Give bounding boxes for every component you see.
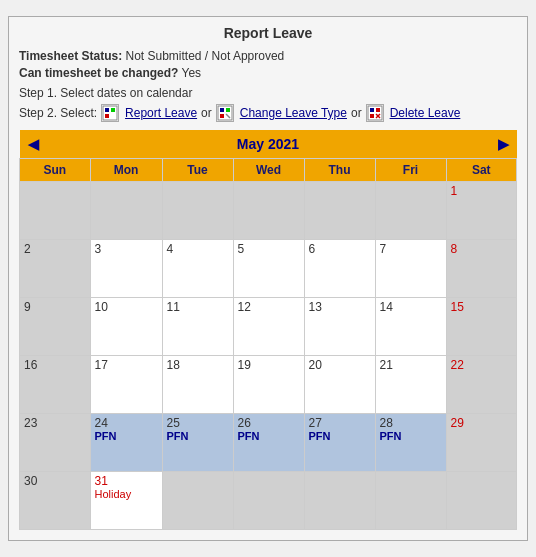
svg-rect-6 xyxy=(220,114,224,118)
day-cell[interactable]: 2 xyxy=(20,240,91,298)
day-cell[interactable] xyxy=(20,182,91,240)
day-number: 4 xyxy=(167,242,229,256)
can-change-label: Can timesheet be changed? xyxy=(19,66,178,80)
day-number: 2 xyxy=(24,242,86,256)
day-cell[interactable]: 6 xyxy=(304,240,375,298)
dow-wed: Wed xyxy=(233,159,304,182)
day-cell[interactable]: 28PFN xyxy=(375,414,446,472)
calendar-week-6: 30 31Holiday xyxy=(20,472,517,530)
day-cell[interactable]: 4 xyxy=(162,240,233,298)
day-cell[interactable] xyxy=(446,472,516,530)
day-cell[interactable]: 13 xyxy=(304,298,375,356)
day-number: 7 xyxy=(380,242,442,256)
day-cell[interactable] xyxy=(375,182,446,240)
day-cell[interactable]: 17 xyxy=(90,356,162,414)
day-cell[interactable]: 31Holiday xyxy=(90,472,162,530)
calendar-week-2: 2 3 4 5 6 7 8 xyxy=(20,240,517,298)
day-number: 18 xyxy=(167,358,229,372)
day-cell[interactable]: 19 xyxy=(233,356,304,414)
day-cell[interactable]: 24PFN xyxy=(90,414,162,472)
day-number: 26 xyxy=(238,416,300,430)
day-number: 25 xyxy=(167,416,229,430)
prev-month-button[interactable]: ◀ xyxy=(28,136,39,152)
day-number: 31 xyxy=(95,474,158,488)
day-cell[interactable]: 29 xyxy=(446,414,516,472)
svg-rect-3 xyxy=(111,108,115,112)
dow-tue: Tue xyxy=(162,159,233,182)
day-cell[interactable]: 12 xyxy=(233,298,304,356)
day-number: 20 xyxy=(309,358,371,372)
step2-label: Step 2. Select: xyxy=(19,106,97,120)
day-number: 3 xyxy=(95,242,158,256)
day-cell[interactable] xyxy=(304,182,375,240)
day-cell[interactable]: 21 xyxy=(375,356,446,414)
day-cell[interactable]: 11 xyxy=(162,298,233,356)
dow-sun: Sun xyxy=(20,159,91,182)
delete-leave-link[interactable]: Delete Leave xyxy=(390,106,461,120)
day-number: 19 xyxy=(238,358,300,372)
timesheet-status-value: Not Submitted / Not Approved xyxy=(126,49,285,63)
day-number: 12 xyxy=(238,300,300,314)
day-cell[interactable] xyxy=(233,472,304,530)
svg-rect-2 xyxy=(105,114,109,118)
day-label: PFN xyxy=(309,430,371,442)
day-cell[interactable]: 15 xyxy=(446,298,516,356)
day-cell[interactable]: 7 xyxy=(375,240,446,298)
day-label: Holiday xyxy=(95,488,158,500)
svg-rect-11 xyxy=(370,114,374,118)
day-number: 24 xyxy=(95,416,158,430)
day-cell[interactable]: 8 xyxy=(446,240,516,298)
day-cell[interactable]: 16 xyxy=(20,356,91,414)
svg-rect-12 xyxy=(376,108,380,112)
day-cell[interactable]: 27PFN xyxy=(304,414,375,472)
day-cell[interactable]: 18 xyxy=(162,356,233,414)
day-cell[interactable] xyxy=(90,182,162,240)
day-label: PFN xyxy=(167,430,229,442)
calendar-week-4: 16 17 18 19 20 21 22 xyxy=(20,356,517,414)
timesheet-status-row: Timesheet Status: Not Submitted / Not Ap… xyxy=(19,49,517,63)
day-cell[interactable]: 14 xyxy=(375,298,446,356)
svg-rect-10 xyxy=(370,108,374,112)
calendar-week-5: 23 24PFN 25PFN 26PFN 27PFN 28PFN 29 xyxy=(20,414,517,472)
day-cell[interactable]: 26PFN xyxy=(233,414,304,472)
day-cell[interactable]: 5 xyxy=(233,240,304,298)
timesheet-status-label: Timesheet Status: xyxy=(19,49,122,63)
day-number: 14 xyxy=(380,300,442,314)
day-number: 9 xyxy=(24,300,86,314)
delete-leave-icon xyxy=(366,104,384,122)
day-cell[interactable]: 1 xyxy=(446,182,516,240)
day-number: 21 xyxy=(380,358,442,372)
step1-text: Step 1. Select dates on calendar xyxy=(19,86,192,100)
dow-fri: Fri xyxy=(375,159,446,182)
calendar: ◀ May 2021 ▶ Sun Mon Tue Wed Thu Fri Sat… xyxy=(19,130,517,530)
step1-row: Step 1. Select dates on calendar xyxy=(19,86,517,100)
day-cell[interactable]: 20 xyxy=(304,356,375,414)
day-cell[interactable] xyxy=(233,182,304,240)
day-cell[interactable]: 30 xyxy=(20,472,91,530)
day-cell[interactable]: 3 xyxy=(90,240,162,298)
report-leave-link[interactable]: Report Leave xyxy=(125,106,197,120)
change-leave-type-link[interactable]: Change Leave Type xyxy=(240,106,347,120)
dow-mon: Mon xyxy=(90,159,162,182)
day-cell[interactable]: 9 xyxy=(20,298,91,356)
day-cell[interactable] xyxy=(375,472,446,530)
day-cell[interactable]: 23 xyxy=(20,414,91,472)
svg-rect-1 xyxy=(105,108,109,112)
day-cell[interactable] xyxy=(304,472,375,530)
day-cell[interactable]: 10 xyxy=(90,298,162,356)
can-change-value: Yes xyxy=(182,66,202,80)
day-number: 8 xyxy=(451,242,512,256)
svg-rect-7 xyxy=(226,108,230,112)
day-number: 6 xyxy=(309,242,371,256)
day-label: PFN xyxy=(95,430,158,442)
step2-row: Step 2. Select: Report Leave or Change L… xyxy=(19,104,517,122)
day-cell[interactable] xyxy=(162,182,233,240)
day-number: 17 xyxy=(95,358,158,372)
day-cell[interactable] xyxy=(162,472,233,530)
next-month-button[interactable]: ▶ xyxy=(498,136,509,152)
day-number: 15 xyxy=(451,300,512,314)
day-number: 11 xyxy=(167,300,229,314)
day-number: 1 xyxy=(451,184,512,198)
day-cell[interactable]: 22 xyxy=(446,356,516,414)
day-cell[interactable]: 25PFN xyxy=(162,414,233,472)
